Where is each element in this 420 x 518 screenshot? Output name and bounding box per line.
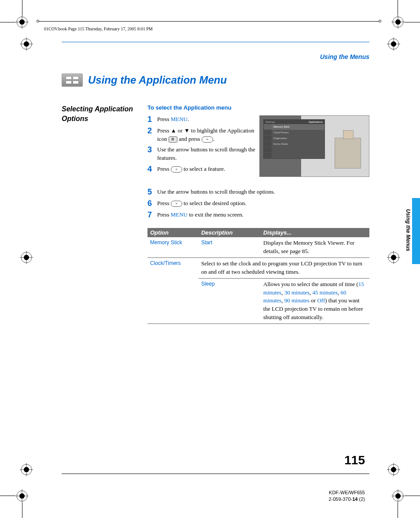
menu-tab-right: Applications xyxy=(309,121,323,123)
footer: KDF-WE/WF655 2-059-370-14 (2) xyxy=(328,489,365,503)
header-rule-cap xyxy=(379,20,381,22)
thumb-tab xyxy=(412,198,420,264)
step-number: 6 xyxy=(147,199,154,208)
step-number: 1 xyxy=(147,115,154,124)
menu-item: Demo Mode xyxy=(272,141,324,147)
steps-list-wide: 5Use the arrow buttons to scroll through… xyxy=(147,188,369,219)
registration-mark-icon xyxy=(15,489,29,503)
step-number: 5 xyxy=(147,188,154,197)
running-header: Using the Menus xyxy=(62,53,369,60)
options-table: Option Description Displays... Memory St… xyxy=(147,228,369,324)
description-cell: Start xyxy=(199,237,261,257)
step-number: 7 xyxy=(147,211,154,220)
col-option: Option xyxy=(147,228,199,237)
step-text: Use the arrow buttons to scroll through … xyxy=(157,146,256,162)
crop-mark xyxy=(22,0,22,15)
menu-screenshot: SettingsApplications Memory StickClock/T… xyxy=(259,115,369,177)
registration-mark-icon xyxy=(391,15,405,29)
step-text: Press MENU to exit the menu screen. xyxy=(157,211,369,220)
menu-item: Diagnostics xyxy=(272,136,324,141)
step-text: Press ▲ or ▼ to highlight the Applicatio… xyxy=(157,127,256,143)
thumb-tab-label: Using the Menus xyxy=(405,209,411,251)
step-number: 3 xyxy=(147,146,154,162)
crop-mark xyxy=(0,22,15,22)
description-cell: Select to set the clock and to program y… xyxy=(199,258,369,279)
option-cell: Clock/Timers xyxy=(147,258,199,279)
application-menu-icon xyxy=(62,73,83,87)
option-cell xyxy=(147,278,199,323)
menu-item: Memory Stick xyxy=(272,124,324,130)
step: 5Use the arrow buttons to scroll through… xyxy=(147,188,369,197)
crop-mark xyxy=(398,0,398,15)
step: 3Use the arrow buttons to scroll through… xyxy=(147,146,256,162)
registration-mark-icon xyxy=(20,37,33,51)
crop-mark xyxy=(22,503,22,518)
menu-item: Clock/Timers xyxy=(272,130,324,136)
page-number: 115 xyxy=(344,453,365,467)
step: 4Press to select a feature. xyxy=(147,165,256,174)
select-button-icon xyxy=(171,166,182,173)
displays-cell: Displays the Memory Stick Viewer. For de… xyxy=(261,237,369,257)
page-source-header: 01COV.book Page 115 Thursday, February 1… xyxy=(44,26,153,31)
menu-tab-left: Settings xyxy=(265,121,275,123)
header-rule-cap xyxy=(37,20,39,22)
menu-icon-column xyxy=(264,124,272,158)
col-displays: Displays... xyxy=(261,228,369,237)
option-cell: Memory Stick xyxy=(147,237,199,257)
registration-mark-icon xyxy=(387,37,400,51)
crop-mark xyxy=(405,22,420,22)
registration-mark-icon xyxy=(387,463,400,476)
steps-list: 1Press MENU.2Press ▲ or ▼ to highlight t… xyxy=(147,115,256,177)
description-cell: Sleep xyxy=(199,278,261,323)
select-button-icon xyxy=(202,136,213,143)
step-number: 2 xyxy=(147,127,154,143)
step-text: Press MENU. xyxy=(157,115,256,124)
footer-model: KDF-WE/WF655 xyxy=(328,489,365,496)
bottom-rule xyxy=(62,474,369,474)
select-button-icon xyxy=(171,201,182,207)
background-building xyxy=(335,138,361,169)
registration-mark-icon xyxy=(20,251,33,264)
step-text: Use the arrow buttons to scroll through … xyxy=(157,188,369,197)
registration-mark-icon xyxy=(15,15,29,29)
header-rule xyxy=(37,21,380,22)
top-rule xyxy=(62,42,369,42)
crop-mark xyxy=(405,496,420,496)
application-icon: ⊞ xyxy=(169,136,177,143)
step: 6Press to select the desired option. xyxy=(147,199,369,208)
menu-items: Memory StickClock/TimersDiagnosticsDemo … xyxy=(272,124,324,158)
registration-mark-icon xyxy=(387,251,400,264)
subheading: To select the Application menu xyxy=(147,104,369,111)
step-text: Press to select the desired option. xyxy=(157,199,369,208)
page-title: Using the Application Menu xyxy=(88,74,227,86)
step: 1Press MENU. xyxy=(147,115,256,124)
step: 2Press ▲ or ▼ to highlight the Applicati… xyxy=(147,127,256,143)
registration-mark-icon xyxy=(391,489,405,503)
crop-mark xyxy=(398,503,398,518)
section-heading: Selecting Application Options xyxy=(62,104,139,123)
step-text: Press to select a feature. xyxy=(157,165,256,174)
displays-cell: Allows you to select the amount of time … xyxy=(261,278,369,323)
step: 7Press MENU to exit the menu screen. xyxy=(147,211,369,220)
step-number: 4 xyxy=(147,165,154,174)
crop-mark xyxy=(0,496,15,496)
registration-mark-icon xyxy=(20,463,33,476)
footer-partnum: 2-059-370-14 (2) xyxy=(328,496,365,503)
col-description: Description xyxy=(199,228,261,237)
